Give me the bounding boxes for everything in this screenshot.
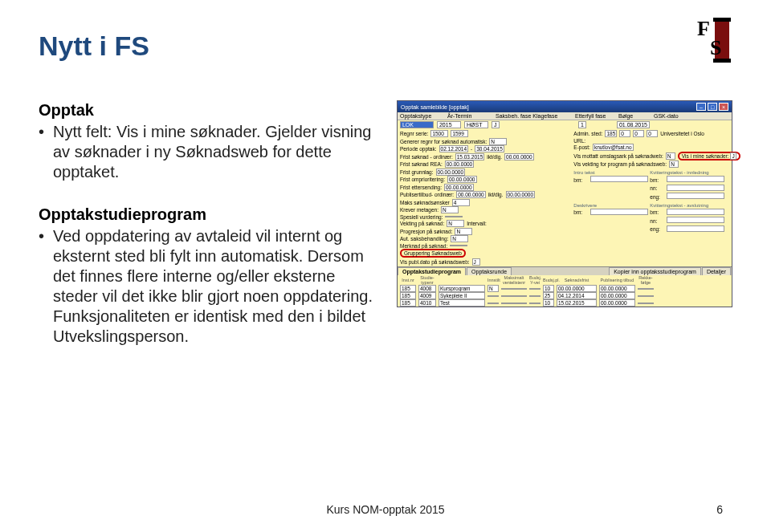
table-row[interactable]: 1854008KursprogramN1000.00.000000.00.000… <box>398 285 732 292</box>
form-row: Vis mottatt omslagsark på søknadweb:NVis… <box>573 152 729 160</box>
minimize-icon[interactable]: – <box>696 103 706 111</box>
form-row: Frist ettersending:00.00.0000 <box>400 184 569 191</box>
input-field[interactable]: 00.00.0000 <box>444 184 474 191</box>
tab-copy-program[interactable]: Kopier inn opptaksstudieprogram <box>609 267 701 275</box>
input-field[interactable]: N <box>447 220 464 227</box>
tab-bar: Opptakstudieprogram Opptaksrunde Kopier … <box>398 266 732 275</box>
form-row: Generer regnr for søknad automatisk:N <box>400 138 569 145</box>
input-field[interactable]: N <box>489 138 507 145</box>
text-area[interactable] <box>667 217 724 223</box>
year-field[interactable]: 2015 <box>437 121 461 128</box>
form-row: Krever metagen:N <box>400 206 569 213</box>
window-titlebar: Opptak samlebilde [opptak] – □ × <box>398 101 732 112</box>
input-field[interactable]: 00.00.0000 <box>436 169 466 176</box>
table-row[interactable]: 1854010Test1015.02.201500.00.0000 <box>398 299 732 307</box>
text-area[interactable] <box>667 193 724 199</box>
form-row: E-post:knutlov@fsat.no <box>573 144 729 151</box>
input-field[interactable] <box>450 245 467 246</box>
form-row: Frist søknad - ordinær:15.03.2015ikt/dlg… <box>400 153 569 160</box>
page-number: 6 <box>716 503 723 516</box>
form-row: URL: <box>573 138 729 144</box>
page-title: Nytt i FS <box>39 30 732 62</box>
vis-mine-soknader-field[interactable]: J <box>730 152 736 160</box>
vis-mine-soknader-highlight: Vis i mine søknader: J <box>678 152 740 160</box>
form-row: Frist grunnlag:00.00.0000 <box>400 169 569 176</box>
text-area[interactable] <box>667 209 724 215</box>
tab-opptakstudieprogram[interactable]: Opptakstudieprogram <box>398 267 466 275</box>
form-top-row: LOK 2015 HØST J 1 01.08.2015 <box>398 120 732 129</box>
input-field[interactable]: N <box>455 228 472 235</box>
input-field[interactable]: 1599 <box>451 130 468 137</box>
input-field[interactable] <box>445 216 463 217</box>
app-screenshot: Opptak samlebilde [opptak] – □ × Opptaks… <box>397 100 732 369</box>
footer-text: Kurs NOM-opptak 2015 <box>326 503 444 516</box>
text-area[interactable] <box>590 209 648 215</box>
input-field[interactable]: N <box>666 152 675 160</box>
form-row: Frist omprioritering:00.00.0000 <box>400 176 569 183</box>
side-text-section: Intro tekstbm: <box>573 170 648 201</box>
input-field[interactable]: 15.03.2015 <box>455 153 485 160</box>
input-field[interactable]: 02.12.2014 <box>439 145 469 152</box>
form-row: Frist søknad REA:00.00.0000 <box>400 160 569 168</box>
input-field[interactable]: 1500 <box>430 130 448 137</box>
fs-logo: F S <box>691 16 739 64</box>
form-row: Gruppering Søknadsweb <box>400 249 569 258</box>
input-field[interactable]: N <box>669 160 679 168</box>
form-row: Publisertilbud- ordinær:00.00.0000ikt/dl… <box>400 191 569 198</box>
input-field[interactable]: 0 <box>619 130 630 137</box>
input-field[interactable]: 4 <box>452 199 470 206</box>
input-field[interactable]: 00.00.0000 <box>504 153 534 160</box>
text-column: Opptak • Nytt felt: Vis i mine søknader.… <box>39 100 382 369</box>
form-row: Spesiell vurdering: <box>400 214 569 220</box>
input-field[interactable]: knutlov@fsat.no <box>593 144 634 151</box>
input-field[interactable]: J <box>472 258 480 266</box>
text-area[interactable] <box>667 185 724 191</box>
input-field[interactable]: 00.00.0000 <box>445 160 475 168</box>
flag-field[interactable]: J <box>492 121 500 128</box>
side-text-section: Kvitteringstekst - innledningbm:nn:eng: <box>650 170 724 201</box>
form-row: Regnr serie:15001599 <box>400 130 569 137</box>
bullet-item: • Ved oppdatering av avtaleid vil intern… <box>39 226 382 347</box>
svg-text:F: F <box>697 17 710 40</box>
section-heading-opptakstudieprogram: Opptakstudieprogram <box>39 205 382 225</box>
gsk-date-field[interactable]: 01.08.2015 <box>617 121 650 128</box>
gruppering-soknadsweb-highlight: Gruppering Søknadsweb <box>400 249 466 258</box>
side-text-section: Deskriverebm: <box>573 203 648 234</box>
window-title: Opptak samlebilde [opptak] <box>401 104 469 110</box>
input-field[interactable]: 00.00.0000 <box>447 176 477 183</box>
form-row: Periode opptak:02.12.2014-30.04.2015 <box>400 145 569 152</box>
text-area[interactable] <box>667 176 724 182</box>
input-field[interactable]: 00.00.0000 <box>456 191 486 198</box>
input-field[interactable]: 185 <box>605 130 617 137</box>
studieprogram-table: Inst.nr Studie-typenr Innstilt Maksimalt… <box>398 275 732 307</box>
form-row: Vekting på søknad:NIntervall: <box>400 220 569 227</box>
tab-opptaksrunde[interactable]: Opptaksrunde <box>467 267 512 275</box>
input-field[interactable]: 0 <box>633 130 644 137</box>
form-row: Progresjon på søknad:N <box>400 228 569 235</box>
svg-text:S: S <box>710 36 721 59</box>
form-row: Aut. saksbehandling:N <box>400 235 569 242</box>
slide-footer: Kurs NOM-opptak 2015 6 <box>0 503 771 516</box>
opptakstype-field[interactable]: LOK <box>400 121 434 128</box>
side-text-section: Kvitteringstekst - avslutningbm:nn:eng: <box>650 203 724 234</box>
form-row: Maks søknadsønsker4 <box>400 199 569 206</box>
form-row: Admin. sted:185000Universitetet i Oslo <box>573 130 729 137</box>
table-row[interactable]: 1854009Sykepleie II2504.12.201400.00.000… <box>398 292 732 299</box>
text-area[interactable] <box>667 225 724 232</box>
form-row: Vis vekting for program på søknadsweb:N <box>573 160 729 168</box>
input-field[interactable]: 0 <box>647 130 658 137</box>
section-heading-opptak: Opptak <box>39 100 382 120</box>
form-row: Merknad på søknad: <box>400 243 569 249</box>
input-field[interactable]: 00.00.0000 <box>506 191 536 198</box>
input-field[interactable]: 30.04.2015 <box>475 145 504 152</box>
form-header: Opptakstype År-Termin Saksbeh. fase Klag… <box>398 112 732 120</box>
input-field[interactable]: N <box>451 235 468 242</box>
input-field[interactable]: N <box>441 206 459 213</box>
tab-detaljer[interactable]: Detaljer <box>702 267 731 275</box>
text-area[interactable] <box>590 176 648 182</box>
bolge-field[interactable]: 1 <box>578 121 586 128</box>
maximize-icon[interactable]: □ <box>708 103 717 111</box>
svg-rect-1 <box>713 18 731 22</box>
close-icon[interactable]: × <box>719 103 728 111</box>
term-field[interactable]: HØST <box>464 121 488 128</box>
